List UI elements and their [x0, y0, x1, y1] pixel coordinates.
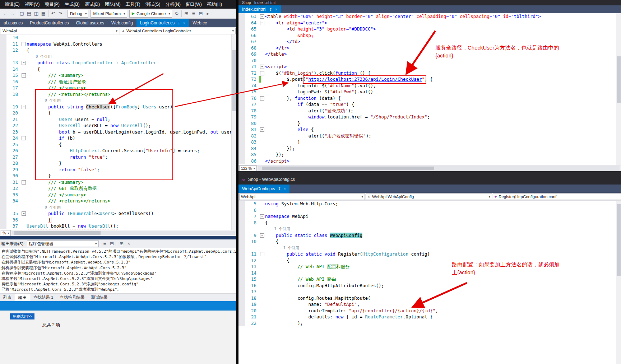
vertical-scrollbar[interactable] — [231, 34, 236, 230]
type-dropdown[interactable]: ▲ WebApi.Controllers.LoginController ▾ — [120, 28, 236, 34]
code-text[interactable]: defaults: new { id = RouteParameter.Opti… — [265, 314, 621, 320]
breakpoint-margin[interactable] — [238, 245, 245, 251]
code-text[interactable]: <tr align="center"> — [265, 20, 621, 26]
code-text[interactable]: } — [265, 120, 621, 127]
scrollbar-thumb[interactable] — [14, 231, 101, 235]
menu-item-team[interactable]: 团队(M) — [102, 0, 123, 9]
breakpoint-margin[interactable] — [238, 158, 245, 164]
menu-item-analyze[interactable]: 分析(N) — [163, 0, 183, 9]
code-text[interactable]: { — [27, 110, 236, 116]
code-text[interactable]: return "true"; — [27, 154, 236, 160]
breakpoint-margin[interactable] — [238, 57, 245, 64]
breakpoint-margin[interactable] — [0, 148, 6, 154]
close-icon[interactable]: × — [284, 187, 286, 191]
code-text[interactable]: /// </summary> — [27, 85, 236, 91]
fold-toggle-icon[interactable]: − — [22, 73, 26, 78]
breakpoint-margin[interactable] — [238, 32, 245, 39]
word-wrap-icon[interactable]: ≡ — [101, 240, 108, 248]
code-text[interactable]: if (b) — [27, 135, 236, 141]
vertical-scrollbar[interactable] — [616, 13, 621, 165]
breakpoint-margin[interactable] — [0, 141, 6, 148]
code-text[interactable]: </td> — [265, 38, 621, 45]
code-text[interactable]: bool b = userBLL.UserLogin(user.LoginId,… — [27, 129, 236, 135]
free-trial-button[interactable]: 免费试用>> — [10, 313, 34, 319]
menu-item-window[interactable]: 窗口(W) — [183, 0, 204, 9]
scrollbar-thumb[interactable] — [232, 50, 236, 111]
fold-toggle-icon[interactable]: − — [260, 14, 264, 19]
code-text[interactable] — [265, 289, 621, 295]
fold-toggle-icon[interactable]: − — [260, 96, 264, 101]
breakpoint-margin[interactable] — [238, 314, 245, 320]
breakpoint-margin[interactable] — [0, 210, 6, 217]
redo-icon[interactable]: ↷ — [57, 10, 64, 18]
menu-item-test[interactable]: 测试(S) — [143, 0, 163, 9]
breakpoint-margin[interactable] — [238, 220, 245, 226]
code-text[interactable]: // Web API 路由 — [265, 276, 621, 283]
code-text[interactable]: return "false"; — [27, 167, 236, 173]
breakpoint-margin[interactable] — [238, 64, 245, 70]
code-text[interactable]: Users users = null; — [27, 116, 236, 123]
breakpoint-margin[interactable] — [238, 283, 245, 289]
breakpoint-margin[interactable] — [0, 72, 6, 79]
code-text[interactable]: </table> — [265, 51, 621, 57]
breakpoint-margin[interactable] — [0, 179, 6, 186]
undo-icon[interactable]: ↶ — [50, 10, 57, 18]
clear-all-icon[interactable]: ⊟ — [108, 240, 116, 248]
code-text[interactable]: alert("登录成功"); — [265, 108, 621, 114]
breakpoint-margin[interactable] — [238, 301, 245, 308]
breakpoint-margin[interactable] — [238, 38, 245, 45]
output-source-dropdown[interactable]: 程序包管理器 ▾ — [27, 241, 99, 247]
code-text[interactable]: }); — [265, 145, 621, 152]
more-icon[interactable]: ▸ — [204, 10, 212, 18]
breakpoint-margin[interactable] — [0, 160, 6, 167]
breakpoint-margin[interactable] — [238, 76, 245, 83]
tab-global-asax-cs[interactable]: Global.asax.cs — [72, 19, 108, 27]
scrollbar-thumb[interactable] — [617, 56, 621, 103]
code-text[interactable]: 0 个引用 — [27, 53, 236, 60]
tab-find-symbol-results[interactable]: 查找符号结果 — [57, 294, 88, 301]
breakpoint-margin[interactable] — [238, 238, 245, 245]
menu-item-build[interactable]: 生成(B) — [62, 0, 82, 9]
code-text[interactable]: else { — [265, 126, 621, 133]
close-icon[interactable]: × — [275, 8, 277, 11]
breakpoint-margin[interactable] — [0, 204, 6, 211]
code-text[interactable]: /// <returns></returns> — [27, 91, 236, 98]
code-text[interactable]: </script> — [265, 158, 621, 164]
breakpoint-margin[interactable] — [0, 116, 6, 123]
scrollbar-thumb[interactable] — [617, 204, 621, 276]
member-dropdown[interactable]: ◆ Register(HttpConfiguration conf — [493, 193, 621, 200]
code-text[interactable]: routeTemplate: "api/{controller}/{action… — [265, 308, 621, 314]
code-text[interactable] — [265, 57, 621, 64]
code-text[interactable]: 0 个引用 — [27, 204, 236, 211]
breakpoint-margin[interactable] — [238, 289, 245, 295]
code-text[interactable]: UsersBll userBLL = new UsersBll(); — [27, 122, 236, 129]
save-all-icon[interactable]: ▦ — [40, 10, 47, 18]
code-text[interactable]: { — [27, 141, 236, 148]
fold-toggle-icon[interactable]: − — [260, 65, 264, 69]
breakpoint-margin[interactable] — [238, 320, 245, 327]
breakpoint-margin[interactable] — [238, 257, 245, 264]
expand-icon[interactable]: ⊞ — [183, 10, 190, 18]
fold-toggle-icon[interactable]: − — [260, 21, 264, 25]
breakpoint-margin[interactable] — [0, 217, 6, 223]
horizontal-scrollbar[interactable] — [12, 231, 235, 235]
code-text[interactable]: ); — [265, 320, 621, 327]
breakpoint-margin[interactable] — [0, 34, 6, 41]
fold-toggle-icon[interactable]: − — [260, 233, 264, 238]
breakpoint-margin[interactable] — [238, 139, 245, 145]
fold-toggle-icon[interactable]: − — [22, 180, 26, 185]
messages-icon[interactable]: ⊞ — [118, 240, 125, 248]
code-text[interactable] — [27, 34, 236, 41]
breakpoint-margin[interactable] — [0, 85, 6, 91]
breakpoint-margin[interactable] — [238, 276, 245, 283]
breakpoint-margin[interactable] — [238, 133, 245, 139]
save-icon[interactable]: ◫ — [33, 10, 40, 18]
project-dropdown[interactable]: WebApi ▾ — [239, 193, 365, 200]
breakpoint-margin[interactable] — [238, 251, 245, 257]
menu-item-view[interactable]: 视图(V) — [22, 0, 42, 9]
breakpoint-margin[interactable] — [238, 108, 245, 114]
fold-toggle-icon[interactable]: − — [22, 136, 26, 140]
code-text[interactable]: HttpContext.Current.Session["UserInfo"] … — [27, 148, 236, 154]
code-editor-index-cshtml[interactable]: 63−<table width="60%" height="3" border=… — [238, 13, 621, 165]
breakpoint-margin[interactable] — [238, 70, 245, 76]
